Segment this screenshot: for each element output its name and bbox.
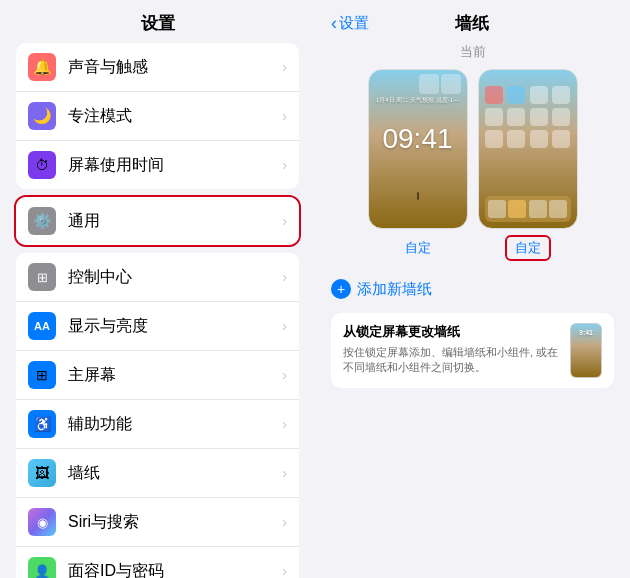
add-wallpaper-icon: + [331,279,351,299]
home-app-icon-11 [530,130,548,148]
control-chevron: › [282,269,287,285]
right-header: ‹ 设置 墙纸 [315,0,630,43]
right-panel-title: 墙纸 [369,12,574,35]
home-customize-button[interactable]: 自定 [505,235,551,261]
settings-group-top: 🔔 声音与触感 › 🌙 专注模式 › ⏱ 屏幕使用时间 › [16,43,299,189]
faceid-icon: 👤 [28,557,56,578]
dock-icon-2 [508,200,526,218]
wallpaper-previews: 1月4日 周二 天气预报 温度-1— 09:41 自定 [331,69,614,261]
settings-item-homescreen[interactable]: ⊞ 主屏幕 › [16,351,299,400]
info-card: 从锁定屏幕更改墙纸 按住锁定屏幕添加、编辑墙纸和小组件, 或在不同墙纸和小组件之… [331,313,614,388]
lock-date: 1月4日 周二 天气预报 温度-1— [369,96,467,105]
info-card-title: 从锁定屏幕更改墙纸 [343,323,560,341]
info-text: 从锁定屏幕更改墙纸 按住锁定屏幕添加、编辑墙纸和小组件, 或在不同墙纸和小组件之… [343,323,560,376]
control-label: 控制中心 [68,267,278,288]
screentime-icon: ⏱ [28,151,56,179]
home-app-icon-2 [507,86,525,104]
home-screen-card: 自定 [478,69,578,261]
display-icon: AA [28,312,56,340]
sound-icon: 🔔 [28,53,56,81]
add-wallpaper-row[interactable]: + 添加新墙纸 [315,271,630,307]
homescreen-chevron: › [282,367,287,383]
settings-item-wallpaper[interactable]: 🖼 墙纸 › [16,449,299,498]
home-app-icon-9 [485,130,503,148]
settings-item-general[interactable]: ⚙️ 通用 › [16,197,299,245]
focus-icon: 🌙 [28,102,56,130]
current-label: 当前 [331,43,614,61]
lock-customize-button[interactable]: 自定 [397,235,439,261]
lock-time: 09:41 [369,123,467,155]
settings-group-general: ⚙️ 通用 › [16,197,299,245]
display-chevron: › [282,318,287,334]
right-panel: ‹ 设置 墙纸 当前 1月4日 周二 天气预报 温度-1— 09:41 [315,0,630,578]
chevron-left-icon: ‹ [331,13,337,34]
accessibility-icon: ♿ [28,410,56,438]
info-phone-mini: 9:41 [570,323,602,378]
siri-icon: ◉ [28,508,56,536]
focus-label: 专注模式 [68,106,278,127]
back-label: 设置 [339,14,369,33]
add-wallpaper-label: 添加新墙纸 [357,280,432,299]
settings-item-accessibility[interactable]: ♿ 辅助功能 › [16,400,299,449]
wallpaper-label: 墙纸 [68,463,278,484]
dock-icon-4 [549,200,567,218]
screentime-label: 屏幕使用时间 [68,155,278,176]
accessibility-label: 辅助功能 [68,414,278,435]
faceid-label: 面容ID与密码 [68,561,278,579]
home-app-icon-4 [552,86,570,104]
homescreen-label: 主屏幕 [68,365,278,386]
lock-widget-2 [441,74,461,94]
general-icon: ⚙️ [28,207,56,235]
dock-icon-3 [529,200,547,218]
left-panel-title: 设置 [0,0,315,43]
siri-chevron: › [282,514,287,530]
home-app-icon-8 [552,108,570,126]
home-app-icon-5 [485,108,503,126]
home-screen-preview [478,69,578,229]
wallpaper-section: 当前 1月4日 周二 天气预报 温度-1— 09:41 自定 [315,43,630,271]
settings-item-siri[interactable]: ◉ Siri与搜索 › [16,498,299,547]
lock-screen-preview: 1月4日 周二 天气预报 温度-1— 09:41 [368,69,468,229]
display-label: 显示与亮度 [68,316,278,337]
general-chevron: › [282,213,287,229]
settings-item-control[interactable]: ⊞ 控制中心 › [16,253,299,302]
settings-list: 🔔 声音与触感 › 🌙 专注模式 › ⏱ 屏幕使用时间 › ⚙️ 通用 › [0,43,315,578]
lock-widget-1 [419,74,439,94]
lock-screen-card: 1月4日 周二 天气预报 温度-1— 09:41 自定 [368,69,468,261]
wallpaper-chevron: › [282,465,287,481]
wallpaper-icon: 🖼 [28,459,56,487]
sound-label: 声音与触感 [68,57,278,78]
settings-item-screentime[interactable]: ⏱ 屏幕使用时间 › [16,141,299,189]
home-app-icon-12 [552,130,570,148]
home-icon-grid [479,80,577,152]
home-app-icon-1 [485,86,503,104]
faceid-chevron: › [282,563,287,578]
home-app-icon-10 [507,130,525,148]
home-app-icon-3 [530,86,548,104]
settings-item-sound[interactable]: 🔔 声音与触感 › [16,43,299,92]
focus-chevron: › [282,108,287,124]
home-app-icon-7 [530,108,548,126]
settings-item-focus[interactable]: 🌙 专注模式 › [16,92,299,141]
general-label: 通用 [68,211,278,232]
dock-icon-1 [488,200,506,218]
siri-label: Siri与搜索 [68,512,278,533]
settings-item-display[interactable]: AA 显示与亮度 › [16,302,299,351]
left-panel: 设置 🔔 声音与触感 › 🌙 专注模式 › ⏱ 屏幕使用时间 › [0,0,315,578]
settings-item-faceid[interactable]: 👤 面容ID与密码 › [16,547,299,578]
mini-phone-time: 9:41 [579,329,593,336]
settings-group-middle: ⊞ 控制中心 › AA 显示与亮度 › ⊞ 主屏幕 › ♿ 辅助功能 › [16,253,299,578]
control-icon: ⊞ [28,263,56,291]
accessibility-chevron: › [282,416,287,432]
home-app-icon-6 [507,108,525,126]
screentime-chevron: › [282,157,287,173]
sound-chevron: › [282,59,287,75]
info-card-desc: 按住锁定屏幕添加、编辑墙纸和小组件, 或在不同墙纸和小组件之间切换。 [343,345,560,376]
homescreen-icon: ⊞ [28,361,56,389]
back-button[interactable]: ‹ 设置 [331,13,369,34]
